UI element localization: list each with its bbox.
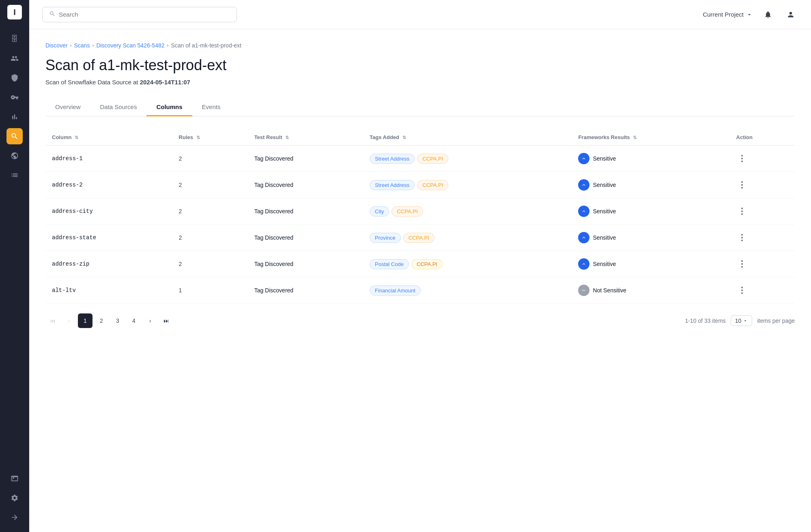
tab-overview[interactable]: Overview — [45, 99, 90, 116]
header: Current Project — [29, 0, 811, 29]
page-3-button[interactable]: 3 — [110, 313, 125, 328]
sidebar-item-shield[interactable] — [6, 70, 23, 86]
cell-action — [730, 172, 795, 198]
cell-column-name: address-city — [45, 198, 172, 225]
breadcrumb: Discover › Scans › Discovery Scan 5426-5… — [45, 42, 795, 49]
app-logo[interactable]: I — [7, 5, 22, 19]
tag-badge[interactable]: CCPA.PI — [417, 180, 448, 190]
cell-test-result: Tag Discovered — [248, 198, 363, 225]
tag-badge[interactable]: CCPA.PI — [403, 233, 435, 243]
tag-badge[interactable]: Street Address — [370, 154, 415, 164]
table-row: address-state2Tag DiscoveredProvinceCCPA… — [45, 225, 795, 251]
tab-events[interactable]: Events — [192, 99, 230, 116]
tab-columns[interactable]: Columns — [146, 99, 192, 116]
tag-badge[interactable]: Financial Amount — [370, 285, 421, 296]
sidebar-item-globe[interactable] — [6, 148, 23, 164]
sidebar-item-list[interactable] — [6, 167, 23, 183]
col-header-column[interactable]: Column ⇅ — [45, 129, 172, 146]
tag-badge[interactable]: CCPA.PI — [392, 206, 423, 217]
page-2-button[interactable]: 2 — [94, 313, 109, 328]
breadcrumb-scan-link[interactable]: Discovery Scan 5426-5482 — [96, 42, 164, 49]
sort-icon-column: ⇅ — [75, 135, 78, 140]
col-header-frameworks-results[interactable]: Frameworks Results ⇅ — [572, 129, 729, 146]
items-range-label: 1-10 of 33 items — [685, 317, 725, 324]
sidebar-item-database[interactable]: 🗄 — [6, 31, 23, 47]
page-prev-button[interactable]: ‹ — [62, 313, 76, 328]
tab-data-sources[interactable]: Data Sources — [90, 99, 147, 116]
col-header-tags-added[interactable]: Tags Added ⇅ — [363, 129, 572, 146]
breadcrumb-discover[interactable]: Discover — [45, 42, 67, 49]
sensitive-icon — [578, 206, 589, 217]
table-row: address-12Tag DiscoveredStreet AddressCC… — [45, 146, 795, 172]
notifications-button[interactable] — [761, 7, 775, 22]
sidebar-item-chart[interactable] — [6, 109, 23, 125]
per-page-label: items per page — [757, 317, 795, 324]
col-header-test-result[interactable]: Test Result ⇅ — [248, 129, 363, 146]
cell-framework-result: Sensitive — [572, 198, 729, 225]
sidebar-item-scan[interactable] — [6, 128, 23, 144]
project-selector[interactable]: Current Project — [703, 11, 753, 18]
tag-badge[interactable]: City — [370, 206, 389, 217]
cell-tags: Financial Amount — [363, 277, 572, 304]
cell-test-result: Tag Discovered — [248, 225, 363, 251]
breadcrumb-sep-2: › — [92, 43, 94, 48]
sidebar-item-people[interactable] — [6, 50, 23, 66]
cell-rules: 2 — [172, 225, 248, 251]
row-action-menu-button[interactable] — [736, 232, 748, 243]
sidebar: I 🗄 — [0, 0, 29, 532]
sensitive-icon — [578, 258, 589, 270]
sidebar-item-settings[interactable] — [6, 490, 23, 506]
cell-rules: 2 — [172, 146, 248, 172]
page-1-button[interactable]: 1 — [78, 313, 93, 328]
sensitivity-label: Sensitive — [593, 208, 616, 215]
tag-badge[interactable]: Postal Code — [370, 259, 409, 269]
tag-badge[interactable]: Street Address — [370, 180, 415, 190]
cell-framework-result: Sensitive — [572, 251, 729, 277]
page-4-button[interactable]: 4 — [127, 313, 141, 328]
cell-tags: ProvinceCCPA.PI — [363, 225, 572, 251]
page-last-button[interactable]: ⏭ — [159, 313, 174, 328]
cell-column-name: address-state — [45, 225, 172, 251]
cell-rules: 2 — [172, 198, 248, 225]
sort-icon-test-result: ⇅ — [285, 135, 289, 140]
cell-action — [730, 146, 795, 172]
cell-tags: Street AddressCCPA.PI — [363, 146, 572, 172]
search-input[interactable] — [59, 11, 230, 18]
breadcrumb-sep-3: › — [167, 43, 169, 48]
cell-rules: 2 — [172, 172, 248, 198]
cell-framework-result: Sensitive — [572, 172, 729, 198]
per-page-selector[interactable]: 10 — [731, 315, 753, 326]
row-action-menu-button[interactable] — [736, 179, 748, 191]
tag-badge[interactable]: CCPA.PI — [417, 154, 448, 164]
sidebar-item-arrow[interactable] — [6, 509, 23, 526]
project-label: Current Project — [703, 11, 744, 18]
row-action-menu-button[interactable] — [736, 153, 748, 164]
col-header-rules[interactable]: Rules ⇅ — [172, 129, 248, 146]
page-first-button[interactable]: ⏮ — [45, 313, 60, 328]
sidebar-item-key[interactable] — [6, 89, 23, 105]
cell-test-result: Tag Discovered — [248, 146, 363, 172]
page-next-button[interactable]: › — [143, 313, 157, 328]
pagination: ⏮ ‹ 1 2 3 4 › ⏭ 1-10 of 33 items 10 item… — [45, 304, 795, 331]
tag-badge[interactable]: CCPA.PI — [411, 259, 443, 269]
col-header-action: Action — [730, 129, 795, 146]
cell-test-result: Tag Discovered — [248, 277, 363, 304]
sort-icon-frameworks: ⇅ — [633, 135, 637, 140]
sidebar-item-terminal[interactable] — [6, 470, 23, 487]
row-action-menu-button[interactable] — [736, 258, 748, 270]
tag-badge[interactable]: Province — [370, 233, 401, 243]
user-avatar[interactable] — [783, 7, 798, 22]
search-box[interactable] — [42, 7, 237, 22]
sensitivity-label: Sensitive — [593, 234, 616, 241]
sensitive-icon — [578, 232, 589, 243]
breadcrumb-scans[interactable]: Scans — [74, 42, 90, 49]
row-action-menu-button[interactable] — [736, 285, 748, 296]
cell-column-name: address-1 — [45, 146, 172, 172]
breadcrumb-sep-1: › — [70, 43, 71, 48]
cell-tags: Street AddressCCPA.PI — [363, 172, 572, 198]
cell-framework-result: Not Sensitive — [572, 277, 729, 304]
row-action-menu-button[interactable] — [736, 206, 748, 217]
sort-icon-tags-added: ⇅ — [402, 135, 406, 140]
cell-column-name: address-2 — [45, 172, 172, 198]
cell-framework-result: Sensitive — [572, 146, 729, 172]
